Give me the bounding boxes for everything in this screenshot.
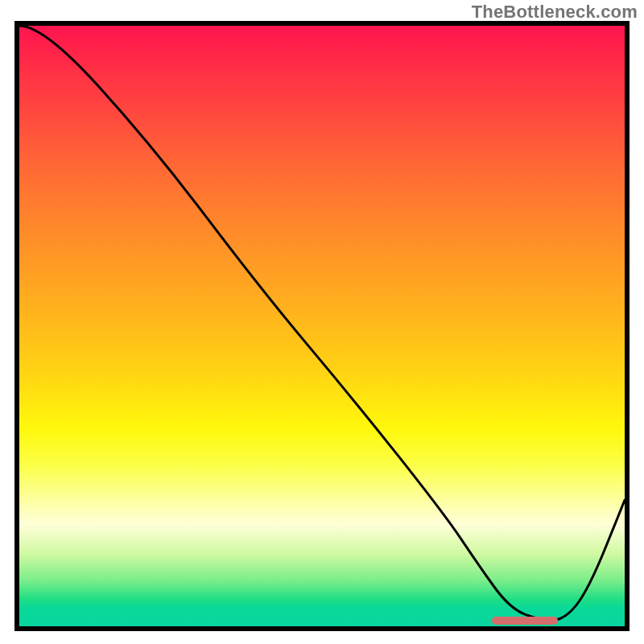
curve-line <box>19 26 625 621</box>
optimal-range-marker <box>492 617 559 625</box>
plot-axes-frame <box>14 21 630 631</box>
chart-container: TheBottleneck.com <box>0 0 644 644</box>
bottleneck-curve <box>19 26 625 626</box>
watermark-label: TheBottleneck.com <box>472 2 638 23</box>
plot-gradient-area <box>19 26 625 626</box>
